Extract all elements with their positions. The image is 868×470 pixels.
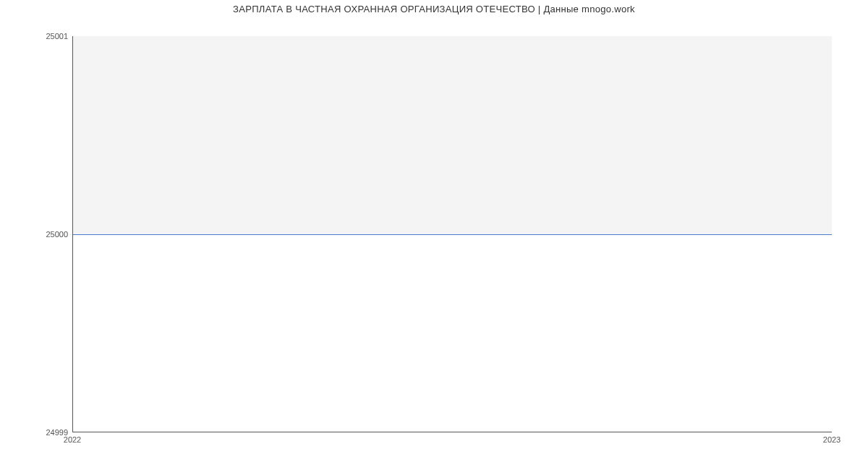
data-line — [73, 234, 832, 235]
fill-region — [73, 36, 832, 234]
x-tick-label: 2022 — [64, 435, 81, 444]
y-tick-label: 25001 — [46, 32, 68, 40]
x-tick-label: 2023 — [823, 435, 841, 444]
chart-area: 24999 25000 25001 2022 2023 — [72, 36, 832, 432]
chart-title: ЗАРПЛАТА В ЧАСТНАЯ ОХРАННАЯ ОРГАНИЗАЦИЯ … — [0, 0, 868, 14]
plot-area — [72, 36, 832, 432]
y-tick-label: 25000 — [46, 230, 68, 239]
